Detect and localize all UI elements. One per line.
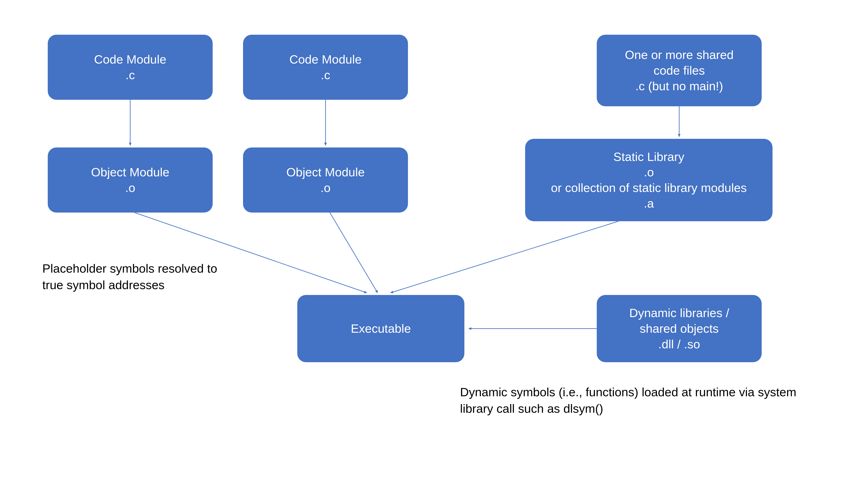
- diagram-canvas: Code Module .c Code Module .c One or mor…: [0, 0, 868, 488]
- node-shared-code-line1: One or more shared: [625, 47, 734, 63]
- node-shared-code: One or more shared code files .c (but no…: [597, 35, 762, 106]
- node-executable: Executable: [297, 295, 464, 362]
- node-static-library-line1: Static Library: [614, 149, 684, 165]
- node-code-module-1: Code Module .c: [48, 35, 213, 100]
- node-object-module-2-line1: Object Module: [286, 164, 365, 180]
- node-static-library-line3: or collection of static library modules: [551, 180, 747, 196]
- node-code-module-1-line1: Code Module: [94, 52, 166, 67]
- node-dynamic-libraries: Dynamic libraries / shared objects .dll …: [597, 295, 762, 362]
- node-object-module-1-line1: Object Module: [91, 164, 169, 180]
- node-object-module-1-line2: .o: [125, 180, 135, 196]
- node-dynamic-libraries-line2: shared objects: [640, 321, 719, 336]
- node-dynamic-libraries-line1: Dynamic libraries /: [629, 305, 729, 321]
- arrow-staticlib-to-exe: [391, 221, 618, 293]
- node-object-module-2-line2: .o: [320, 180, 331, 196]
- node-executable-line1: Executable: [351, 321, 411, 336]
- node-code-module-1-line2: .c: [125, 67, 135, 83]
- note-dynamic-symbols: Dynamic symbols (i.e., functions) loaded…: [460, 384, 809, 417]
- node-code-module-2-line2: .c: [321, 67, 330, 83]
- note-placeholder-symbols: Placeholder symbols resolved to true sym…: [42, 260, 233, 293]
- node-object-module-1: Object Module .o: [48, 148, 213, 213]
- node-shared-code-line2: code files: [654, 63, 705, 78]
- node-static-library-line4: .a: [644, 196, 654, 211]
- node-static-library: Static Library .o or collection of stati…: [525, 139, 773, 221]
- node-object-module-2: Object Module .o: [243, 148, 408, 213]
- arrow-obj2-to-exe: [330, 213, 378, 293]
- node-shared-code-line3: .c (but no main!): [636, 78, 723, 94]
- node-code-module-2-line1: Code Module: [289, 52, 362, 67]
- node-code-module-2: Code Module .c: [243, 35, 408, 100]
- node-dynamic-libraries-line3: .dll / .so: [658, 336, 700, 352]
- node-static-library-line2: .o: [644, 164, 654, 180]
